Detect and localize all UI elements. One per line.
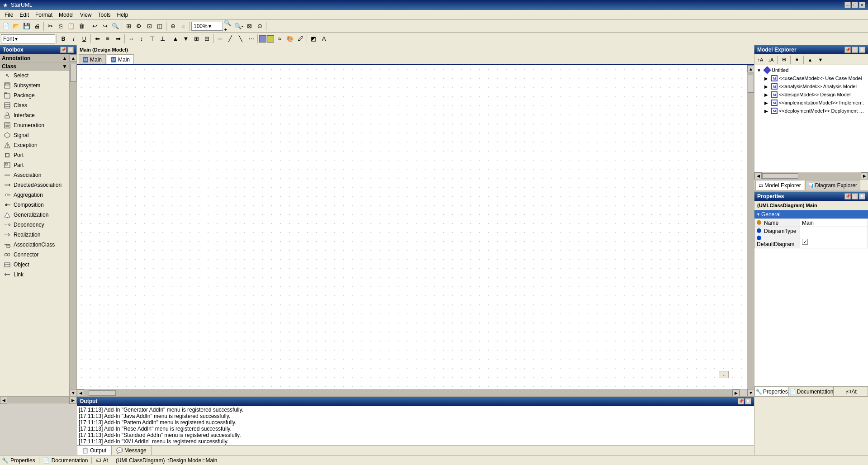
new-diagram-button[interactable]: ⊞ — [123, 21, 133, 31]
toolbox-close-button[interactable]: ✕ — [67, 47, 74, 53]
toolbox-bottom-scroll-track[interactable] — [7, 397, 69, 403]
align-right-button[interactable]: ➡ — [113, 34, 123, 44]
new-button[interactable]: 📄 — [1, 21, 11, 31]
tree-expand-untitled[interactable]: ▼ — [755, 66, 763, 74]
canvas-zoom-out-btn[interactable]: - — [719, 371, 729, 378]
canvas-scroll-track[interactable] — [747, 72, 754, 389]
me-down-btn[interactable]: ▼ — [816, 55, 825, 64]
menu-view[interactable]: View — [77, 11, 95, 19]
toolbox-item-class[interactable]: Class — [0, 100, 69, 110]
line-btn-4[interactable]: ⋯ — [246, 34, 256, 44]
format-btn-1[interactable]: ↔ — [126, 34, 136, 44]
zoom-in-button[interactable]: 🔍+ — [223, 21, 233, 31]
output-pin-button[interactable]: 📌 — [738, 398, 744, 404]
toolbox-item-object[interactable]: Object — [0, 260, 69, 270]
line-style-btn[interactable]: ≈ — [275, 34, 285, 44]
me-close-button[interactable]: ✕ — [859, 47, 865, 53]
diagram-tab-0[interactable]: M Main — [79, 54, 106, 64]
shadow-btn[interactable]: ◩ — [308, 34, 318, 44]
me-maximize-button[interactable]: □ — [852, 47, 858, 53]
line-btn-3[interactable]: ╲ — [236, 34, 246, 44]
color-btn-2[interactable] — [267, 35, 274, 43]
canvas-scroll-down[interactable]: ▼ — [747, 389, 754, 396]
exp-tab-model[interactable]: 🗂 Model Explorer — [755, 180, 804, 190]
tb-btn-6[interactable]: ⊡ — [144, 21, 154, 31]
align-center-button[interactable]: ≡ — [103, 34, 113, 44]
prop-tab-properties[interactable]: 🔧 Properties — [754, 387, 789, 396]
me-up-btn[interactable]: ▲ — [805, 55, 815, 64]
line-btn-2[interactable]: ╱ — [225, 34, 235, 44]
undo-button[interactable]: ↩ — [90, 21, 100, 31]
zoom-dropdown[interactable]: 100% ▾ — [191, 22, 223, 31]
font-dropdown[interactable]: Font ▾ — [1, 34, 55, 43]
toolbox-item-realization[interactable]: Realization — [0, 230, 69, 240]
line-btn-1[interactable]: ─ — [215, 34, 225, 44]
font-dropdown-arrow[interactable]: ▾ — [15, 36, 18, 42]
font-color-btn[interactable]: A — [319, 34, 329, 44]
toolbox-item-connector[interactable]: Connector — [0, 250, 69, 260]
tree-expand-analysis[interactable]: ▶ — [763, 83, 770, 90]
exp-tab-diagram[interactable]: 📊 Diagram Explorer — [805, 180, 860, 190]
prop-defaultdiagram-checkbox[interactable]: ✓ — [802, 239, 808, 245]
redo-button[interactable]: ↪ — [100, 21, 110, 31]
maximize-button[interactable]: □ — [852, 2, 858, 8]
toolbox-item-interface[interactable]: Interface — [0, 110, 69, 120]
print-button[interactable]: 🖨 — [32, 21, 42, 31]
paste-button[interactable]: 📋 — [66, 21, 76, 31]
props-section-general[interactable]: ▼ General — [754, 210, 868, 218]
save-button[interactable]: 💾 — [22, 21, 32, 31]
italic-button[interactable]: I — [69, 34, 79, 44]
output-tab-message[interactable]: 💬 Message — [111, 446, 152, 455]
toolbox-item-package[interactable]: Package — [0, 90, 69, 100]
me-sort-asc-btn[interactable]: ↑A — [755, 55, 765, 64]
props-close-button[interactable]: ✕ — [859, 193, 865, 199]
hscroll-left[interactable]: ◀ — [77, 389, 84, 397]
open-button[interactable]: 📂 — [11, 21, 21, 31]
format-btn-4[interactable]: ⊥ — [157, 34, 167, 44]
color-btn-1[interactable] — [259, 35, 266, 43]
toolbox-section-annotation[interactable]: Annotation ▲ — [0, 54, 69, 62]
tb-btn-9[interactable]: ≡ — [178, 21, 188, 31]
minimize-button[interactable]: ─ — [844, 2, 851, 8]
tree-item-analysis[interactable]: ▶ M <<analysisModel>> Analysis Model — [763, 82, 867, 90]
tree-expand-implementation[interactable]: ▶ — [763, 99, 770, 106]
toolbox-section-class[interactable]: Class ▼ — [0, 62, 69, 71]
diagram-canvas[interactable]: + - — [77, 65, 747, 389]
toolbox-bottom-scroll-left[interactable]: ◀ — [0, 397, 7, 404]
canvas-scroll-thumb[interactable] — [748, 75, 754, 93]
bold-button[interactable]: B — [58, 34, 68, 44]
underline-button[interactable]: U — [79, 34, 89, 44]
menu-model[interactable]: Model — [56, 11, 76, 19]
props-section-collapse[interactable]: ▼ — [756, 212, 760, 217]
copy-button[interactable]: ⎘ — [56, 21, 66, 31]
toolbox-item-association-class[interactable]: AssociationClass — [0, 240, 69, 250]
me-filter-btn[interactable]: ⊟ — [779, 55, 789, 64]
line-color-btn[interactable]: 🖊 — [295, 34, 305, 44]
menu-format[interactable]: Format — [33, 11, 55, 19]
me-hscroll-right[interactable]: ▶ — [861, 172, 868, 180]
group-button[interactable]: ⊞ — [191, 34, 201, 44]
tree-item-usecase[interactable]: ▶ M <<useCaseModel>> Use Case Model — [763, 74, 867, 82]
toolbox-item-select[interactable]: ↖ Select — [0, 71, 69, 81]
props-pin-button[interactable]: 📌 — [844, 193, 851, 199]
prop-defaultdiagram-value[interactable]: ✓ — [800, 235, 868, 248]
zoom-out-button[interactable]: 🔍- — [234, 21, 244, 31]
toolbox-item-link[interactable]: Link — [0, 270, 69, 280]
delete-button[interactable]: 🗑 — [76, 21, 86, 31]
hscroll-right[interactable]: ▶ — [732, 389, 740, 397]
toolbox-scroll-down[interactable]: ▼ — [70, 389, 76, 396]
toolbox-scroll-thumb[interactable] — [70, 64, 76, 82]
prop-tab-documentation[interactable]: 📄 Documentation — [789, 387, 834, 396]
prop-diagramtype-value[interactable] — [800, 227, 868, 235]
menu-tools[interactable]: Tools — [95, 11, 114, 19]
canvas-scroll-up[interactable]: ▲ — [747, 65, 754, 72]
toolbox-pin-button[interactable]: 📌 — [60, 47, 66, 53]
menu-file[interactable]: File — [2, 11, 16, 19]
toolbox-item-directed-association[interactable]: DirectedAssociation — [0, 180, 69, 190]
menu-edit[interactable]: Edit — [17, 11, 32, 19]
tb-btn-7[interactable]: ◫ — [155, 21, 165, 31]
me-hscroll-thumb[interactable] — [762, 173, 798, 179]
ungroup-button[interactable]: ⊟ — [202, 34, 212, 44]
toolbox-item-generalization[interactable]: Generalization — [0, 210, 69, 220]
props-maximize-button[interactable]: □ — [852, 193, 858, 199]
